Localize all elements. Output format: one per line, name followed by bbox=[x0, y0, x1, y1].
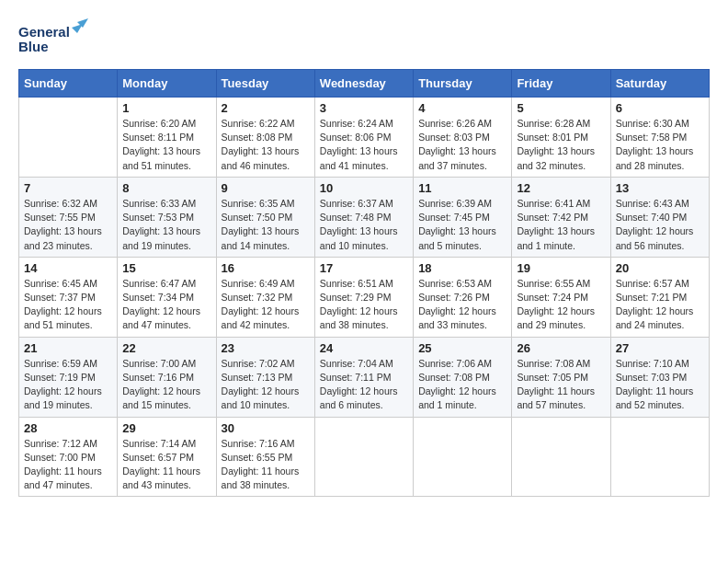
day-info: Sunrise: 6:33 AMSunset: 7:53 PMDaylight:… bbox=[122, 197, 210, 253]
day-info: Sunrise: 6:26 AMSunset: 8:03 PMDaylight:… bbox=[418, 117, 506, 173]
day-number: 2 bbox=[222, 101, 310, 115]
calendar-cell: 18Sunrise: 6:53 AMSunset: 7:26 PMDayligh… bbox=[414, 257, 512, 337]
svg-text:Blue: Blue bbox=[18, 39, 49, 54]
calendar-cell: 20Sunrise: 6:57 AMSunset: 7:21 PMDayligh… bbox=[610, 257, 709, 337]
day-info: Sunrise: 6:49 AMSunset: 7:32 PMDaylight:… bbox=[222, 277, 310, 333]
day-header-friday: Friday bbox=[512, 70, 610, 98]
day-info: Sunrise: 7:02 AMSunset: 7:13 PMDaylight:… bbox=[222, 357, 310, 413]
calendar-cell: 19Sunrise: 6:55 AMSunset: 7:24 PMDayligh… bbox=[512, 257, 610, 337]
calendar-cell: 25Sunrise: 7:06 AMSunset: 7:08 PMDayligh… bbox=[414, 337, 512, 417]
day-number: 8 bbox=[122, 181, 210, 195]
day-info: Sunrise: 6:45 AMSunset: 7:37 PMDaylight:… bbox=[24, 277, 112, 333]
calendar-cell: 14Sunrise: 6:45 AMSunset: 7:37 PMDayligh… bbox=[19, 257, 118, 337]
day-number: 19 bbox=[517, 261, 605, 275]
day-info: Sunrise: 6:51 AMSunset: 7:29 PMDaylight:… bbox=[320, 277, 408, 333]
calendar-cell: 28Sunrise: 7:12 AMSunset: 7:00 PMDayligh… bbox=[19, 417, 118, 497]
svg-text:General: General bbox=[18, 24, 70, 40]
day-number: 17 bbox=[320, 261, 408, 275]
calendar-cell bbox=[512, 417, 610, 497]
calendar-cell: 29Sunrise: 7:14 AMSunset: 6:57 PMDayligh… bbox=[118, 417, 216, 497]
day-info: Sunrise: 7:08 AMSunset: 7:05 PMDaylight:… bbox=[517, 357, 605, 413]
day-number: 1 bbox=[122, 101, 210, 115]
calendar-cell: 17Sunrise: 6:51 AMSunset: 7:29 PMDayligh… bbox=[314, 257, 413, 337]
day-info: Sunrise: 6:59 AMSunset: 7:19 PMDaylight:… bbox=[24, 357, 112, 413]
calendar-cell: 2Sunrise: 6:22 AMSunset: 8:08 PMDaylight… bbox=[216, 98, 314, 178]
day-number: 25 bbox=[418, 341, 506, 355]
day-info: Sunrise: 6:43 AMSunset: 7:40 PMDaylight:… bbox=[616, 197, 704, 253]
day-number: 14 bbox=[24, 261, 112, 275]
day-info: Sunrise: 7:06 AMSunset: 7:08 PMDaylight:… bbox=[418, 357, 506, 413]
day-number: 5 bbox=[517, 101, 605, 115]
day-number: 24 bbox=[320, 341, 408, 355]
week-row-4: 21Sunrise: 6:59 AMSunset: 7:19 PMDayligh… bbox=[19, 337, 710, 417]
day-info: Sunrise: 6:24 AMSunset: 8:06 PMDaylight:… bbox=[320, 117, 408, 173]
calendar-cell: 1Sunrise: 6:20 AMSunset: 8:11 PMDaylight… bbox=[118, 98, 216, 178]
day-number: 7 bbox=[24, 181, 112, 195]
day-number: 15 bbox=[122, 261, 210, 275]
day-info: Sunrise: 6:35 AMSunset: 7:50 PMDaylight:… bbox=[222, 197, 310, 253]
calendar-cell bbox=[414, 417, 512, 497]
day-info: Sunrise: 6:22 AMSunset: 8:08 PMDaylight:… bbox=[222, 117, 310, 173]
day-info: Sunrise: 6:57 AMSunset: 7:21 PMDaylight:… bbox=[616, 277, 704, 333]
day-number: 21 bbox=[24, 341, 112, 355]
logo: GeneralBlue bbox=[18, 18, 92, 60]
day-number: 26 bbox=[517, 341, 605, 355]
calendar-table: SundayMondayTuesdayWednesdayThursdayFrid… bbox=[18, 69, 710, 497]
day-info: Sunrise: 6:30 AMSunset: 7:58 PMDaylight:… bbox=[616, 117, 704, 173]
calendar-cell: 16Sunrise: 6:49 AMSunset: 7:32 PMDayligh… bbox=[216, 257, 314, 337]
calendar-cell: 26Sunrise: 7:08 AMSunset: 7:05 PMDayligh… bbox=[512, 337, 610, 417]
week-row-2: 7Sunrise: 6:32 AMSunset: 7:55 PMDaylight… bbox=[19, 177, 710, 257]
day-number: 22 bbox=[122, 341, 210, 355]
calendar-cell: 27Sunrise: 7:10 AMSunset: 7:03 PMDayligh… bbox=[610, 337, 709, 417]
day-number: 4 bbox=[418, 101, 506, 115]
day-info: Sunrise: 6:32 AMSunset: 7:55 PMDaylight:… bbox=[24, 197, 112, 253]
calendar-cell: 22Sunrise: 7:00 AMSunset: 7:16 PMDayligh… bbox=[118, 337, 216, 417]
calendar-cell bbox=[19, 98, 118, 178]
calendar-cell: 21Sunrise: 6:59 AMSunset: 7:19 PMDayligh… bbox=[19, 337, 118, 417]
day-info: Sunrise: 7:12 AMSunset: 7:00 PMDaylight:… bbox=[24, 437, 112, 493]
day-number: 10 bbox=[320, 181, 408, 195]
day-number: 13 bbox=[616, 181, 704, 195]
day-info: Sunrise: 6:28 AMSunset: 8:01 PMDaylight:… bbox=[517, 117, 605, 173]
calendar-cell: 10Sunrise: 6:37 AMSunset: 7:48 PMDayligh… bbox=[314, 177, 413, 257]
day-info: Sunrise: 6:37 AMSunset: 7:48 PMDaylight:… bbox=[320, 197, 408, 253]
day-number: 9 bbox=[222, 181, 310, 195]
day-header-wednesday: Wednesday bbox=[314, 70, 413, 98]
day-number: 29 bbox=[122, 421, 210, 435]
calendar-cell bbox=[610, 417, 709, 497]
calendar-cell: 30Sunrise: 7:16 AMSunset: 6:55 PMDayligh… bbox=[216, 417, 314, 497]
day-number: 20 bbox=[616, 261, 704, 275]
calendar-cell: 4Sunrise: 6:26 AMSunset: 8:03 PMDaylight… bbox=[414, 98, 512, 178]
day-info: Sunrise: 6:39 AMSunset: 7:45 PMDaylight:… bbox=[418, 197, 506, 253]
day-number: 30 bbox=[222, 421, 310, 435]
day-info: Sunrise: 7:00 AMSunset: 7:16 PMDaylight:… bbox=[122, 357, 210, 413]
day-number: 11 bbox=[418, 181, 506, 195]
calendar-cell: 6Sunrise: 6:30 AMSunset: 7:58 PMDaylight… bbox=[610, 98, 709, 178]
day-number: 3 bbox=[320, 101, 408, 115]
day-number: 6 bbox=[616, 101, 704, 115]
day-info: Sunrise: 6:47 AMSunset: 7:34 PMDaylight:… bbox=[122, 277, 210, 333]
calendar-cell: 23Sunrise: 7:02 AMSunset: 7:13 PMDayligh… bbox=[216, 337, 314, 417]
week-row-3: 14Sunrise: 6:45 AMSunset: 7:37 PMDayligh… bbox=[19, 257, 710, 337]
calendar-cell: 24Sunrise: 7:04 AMSunset: 7:11 PMDayligh… bbox=[314, 337, 413, 417]
day-info: Sunrise: 6:55 AMSunset: 7:24 PMDaylight:… bbox=[517, 277, 605, 333]
calendar-cell: 9Sunrise: 6:35 AMSunset: 7:50 PMDaylight… bbox=[216, 177, 314, 257]
day-number: 23 bbox=[222, 341, 310, 355]
calendar-cell: 15Sunrise: 6:47 AMSunset: 7:34 PMDayligh… bbox=[118, 257, 216, 337]
days-header-row: SundayMondayTuesdayWednesdayThursdayFrid… bbox=[19, 70, 710, 98]
day-info: Sunrise: 6:41 AMSunset: 7:42 PMDaylight:… bbox=[517, 197, 605, 253]
page-header: GeneralBlue bbox=[18, 18, 710, 60]
week-row-5: 28Sunrise: 7:12 AMSunset: 7:00 PMDayligh… bbox=[19, 417, 710, 497]
day-header-monday: Monday bbox=[118, 70, 216, 98]
day-info: Sunrise: 6:20 AMSunset: 8:11 PMDaylight:… bbox=[122, 117, 210, 173]
calendar-cell: 12Sunrise: 6:41 AMSunset: 7:42 PMDayligh… bbox=[512, 177, 610, 257]
day-header-sunday: Sunday bbox=[19, 70, 118, 98]
day-number: 16 bbox=[222, 261, 310, 275]
calendar-cell: 7Sunrise: 6:32 AMSunset: 7:55 PMDaylight… bbox=[19, 177, 118, 257]
day-info: Sunrise: 7:10 AMSunset: 7:03 PMDaylight:… bbox=[616, 357, 704, 413]
calendar-cell: 8Sunrise: 6:33 AMSunset: 7:53 PMDaylight… bbox=[118, 177, 216, 257]
calendar-cell: 3Sunrise: 6:24 AMSunset: 8:06 PMDaylight… bbox=[314, 98, 413, 178]
day-number: 27 bbox=[616, 341, 704, 355]
day-number: 12 bbox=[517, 181, 605, 195]
calendar-cell: 11Sunrise: 6:39 AMSunset: 7:45 PMDayligh… bbox=[414, 177, 512, 257]
